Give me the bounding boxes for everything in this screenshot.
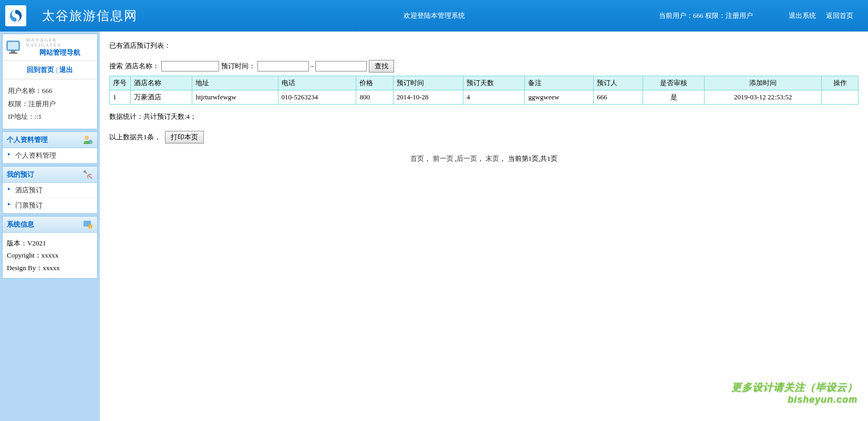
sidebar-top-links: 回到首页 | 退出 bbox=[3, 61, 97, 79]
pagination: 首页， 前一页 ,后一页， 末页， 当前第1页,共1页 bbox=[109, 154, 859, 163]
perm-label: 权限： bbox=[8, 100, 28, 108]
sidebar: MANAGER NAVIGATES 网站管理导航 回到首页 | 退出 用户名称：… bbox=[0, 32, 100, 421]
th-booktime: 预订时间 bbox=[393, 76, 463, 90]
back-home-link[interactable]: 回到首页 bbox=[27, 66, 54, 74]
menu-hotel-booking[interactable]: 酒店预订 bbox=[3, 183, 97, 198]
user-label: 当前用户： bbox=[659, 12, 693, 19]
date-from-input[interactable] bbox=[257, 61, 309, 71]
section-sysinfo[interactable]: 系统信息 i bbox=[3, 217, 97, 233]
section-title: 个人资料管理 bbox=[7, 135, 48, 145]
design-by: Design By：xxxxx bbox=[7, 262, 93, 274]
page-next[interactable]: 后一页 bbox=[457, 155, 477, 162]
date-to-input[interactable] bbox=[315, 61, 367, 71]
section-title: 系统信息 bbox=[7, 220, 34, 229]
table-header-row: 序号 酒店名称 地址 电话 价格 预订时间 预订天数 备注 预订人 是否审核 添… bbox=[110, 76, 859, 90]
perm-value: 注册用户 bbox=[726, 12, 753, 19]
perm-label: 权限： bbox=[705, 12, 726, 19]
date-separator: - bbox=[311, 62, 313, 70]
cell-days: 4 bbox=[463, 90, 524, 105]
th-price: 价格 bbox=[356, 76, 393, 90]
summary-text: 以上数据共1条， bbox=[109, 132, 161, 142]
separator: | bbox=[56, 66, 58, 74]
hotel-name-input[interactable] bbox=[161, 61, 219, 71]
page-last[interactable]: 末页 bbox=[485, 155, 499, 162]
ip-label: IP地址： bbox=[8, 112, 35, 120]
copyright: Copyright：xxxxx bbox=[7, 249, 93, 261]
list-title: 已有酒店预订列表： bbox=[109, 41, 859, 50]
cell-addtime: 2019-03-12 22:53:52 bbox=[705, 90, 822, 105]
stats-line: 数据统计：共计预订天数:4； bbox=[109, 112, 859, 121]
svg-rect-3 bbox=[9, 53, 17, 54]
svg-point-5 bbox=[88, 140, 92, 144]
th-days: 预订天数 bbox=[463, 76, 524, 90]
logout-link[interactable]: 退出系统 bbox=[789, 12, 816, 19]
table-row: 1 万豪酒店 htjrturwfewgw 010-5263234 800 201… bbox=[110, 90, 859, 105]
exit-link[interactable]: 退出 bbox=[59, 66, 73, 74]
search-label: 搜索 bbox=[109, 61, 123, 71]
cell-audited: 是 bbox=[643, 90, 704, 105]
user-value: 666 bbox=[693, 12, 704, 19]
th-addtime: 添加时间 bbox=[705, 76, 822, 90]
header-user-info: 当前用户：666 权限：注册用户 bbox=[659, 11, 753, 20]
nav-subtitle: MANAGER NAVIGATES bbox=[26, 37, 94, 48]
version-label: 版本： bbox=[7, 239, 27, 247]
cell-seq: 1 bbox=[110, 90, 131, 105]
th-remark: 备注 bbox=[525, 76, 594, 90]
summary-row: 以上数据共1条， 打印本页 bbox=[109, 131, 859, 143]
hotel-name-label: 酒店名称： bbox=[125, 61, 159, 71]
ip-value: ::1 bbox=[35, 112, 42, 120]
header-links: 退出系统 返回首页 bbox=[784, 11, 857, 20]
booking-table: 序号 酒店名称 地址 电话 价格 预订时间 预订天数 备注 预订人 是否审核 添… bbox=[109, 76, 859, 105]
section-profile[interactable]: 个人资料管理 bbox=[3, 132, 97, 148]
info-icon: i bbox=[82, 219, 93, 230]
welcome-text: 欢迎登陆本管理系统 bbox=[404, 11, 465, 20]
svg-point-4 bbox=[85, 136, 89, 140]
th-addr: 地址 bbox=[192, 76, 278, 90]
print-button[interactable]: 打印本页 bbox=[165, 131, 204, 143]
nav-title: 网站管理导航 bbox=[26, 48, 94, 57]
page-prev[interactable]: 前一页 bbox=[433, 155, 453, 162]
logo-icon bbox=[5, 5, 26, 26]
main-content: 已有酒店预订列表： 搜索 酒店名称： 预订时间： - 查找 序号 酒店名称 地址… bbox=[100, 32, 868, 421]
cell-hotel: 万豪酒店 bbox=[131, 90, 192, 105]
cell-price: 800 bbox=[356, 90, 393, 105]
cell-op[interactable] bbox=[822, 90, 859, 105]
version-value: V2021 bbox=[27, 239, 46, 247]
cell-remark: ggwgweew bbox=[525, 90, 594, 105]
page-first[interactable]: 首页 bbox=[410, 155, 424, 162]
th-phone: 电话 bbox=[278, 76, 356, 90]
home-link[interactable]: 返回首页 bbox=[826, 12, 853, 19]
user-icon bbox=[82, 135, 93, 145]
th-seq: 序号 bbox=[110, 76, 131, 90]
th-hotel: 酒店名称 bbox=[131, 76, 192, 90]
svg-rect-2 bbox=[11, 50, 15, 53]
username-label: 用户名称： bbox=[8, 87, 42, 95]
menu-ticket-booking[interactable]: 门票预订 bbox=[3, 198, 97, 213]
user-info-block: 用户名称：666 权限：注册用户 IP地址：::1 bbox=[3, 79, 97, 129]
book-time-label: 预订时间： bbox=[221, 61, 255, 71]
menu-profile-manage[interactable]: 个人资料管理 bbox=[3, 148, 97, 163]
monitor-icon bbox=[6, 40, 23, 55]
th-booker: 预订人 bbox=[593, 76, 643, 90]
nav-header: MANAGER NAVIGATES 网站管理导航 bbox=[3, 34, 97, 61]
top-header: 太谷旅游信息网 欢迎登陆本管理系统 当前用户：666 权限：注册用户 退出系统 … bbox=[0, 0, 868, 32]
sys-info-block: 版本：V2021 Copyright：xxxxx Design By：xxxxx bbox=[3, 233, 97, 278]
tools-icon bbox=[82, 169, 93, 180]
section-bookings[interactable]: 我的预订 bbox=[3, 167, 97, 183]
site-title: 太谷旅游信息网 bbox=[42, 7, 138, 24]
cell-booktime: 2014-10-28 bbox=[393, 90, 463, 105]
th-audited: 是否审核 bbox=[643, 76, 704, 90]
search-button[interactable]: 查找 bbox=[369, 60, 394, 73]
th-op: 操作 bbox=[822, 76, 859, 90]
username-value: 666 bbox=[42, 87, 53, 95]
cell-addr: htjrturwfewgw bbox=[192, 90, 278, 105]
search-bar: 搜索 酒店名称： 预订时间： - 查找 bbox=[109, 60, 859, 73]
section-title: 我的预订 bbox=[7, 170, 34, 179]
perm-value: 注册用户 bbox=[28, 100, 56, 108]
cell-phone: 010-5263234 bbox=[278, 90, 356, 105]
cell-booker: 666 bbox=[593, 90, 643, 105]
svg-rect-1 bbox=[8, 42, 18, 49]
page-current: 当前第1页,共1页 bbox=[508, 155, 557, 162]
